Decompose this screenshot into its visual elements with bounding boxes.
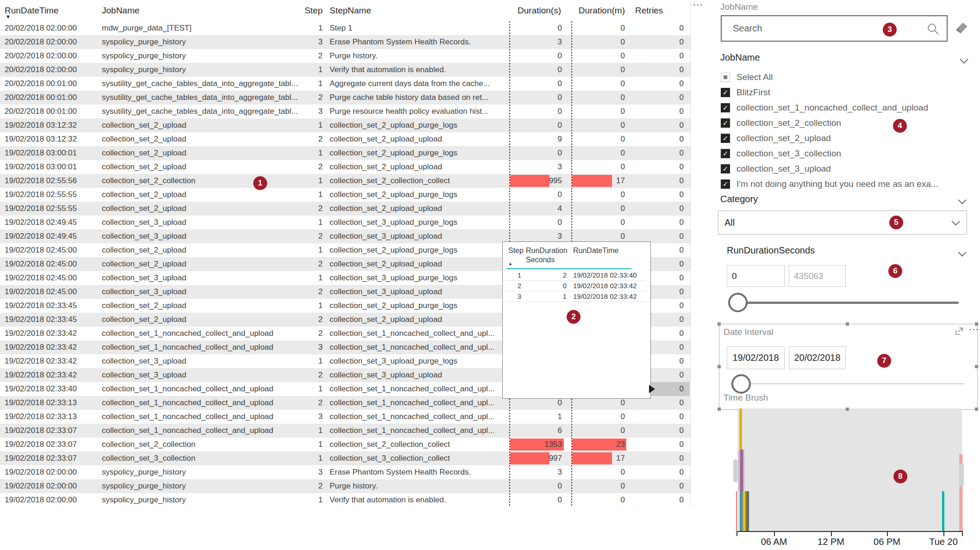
resize-handle[interactable] [975,408,978,411]
jobname-filter-item[interactable]: ✓I'm not doing anything but you need me … [721,176,938,192]
table-row[interactable]: 20/02/2018 00:01:00sysutility_get_cache_… [0,77,690,91]
resize-handle[interactable] [975,322,978,326]
range-min-input[interactable] [727,265,785,287]
table-row[interactable]: 19/02/2018 02:49:45collection_set_3_uplo… [0,216,690,229]
table-row[interactable]: 19/02/2018 03:12:32collection_set_2_uplo… [0,118,690,132]
search-icon[interactable] [926,22,940,38]
checkbox-checked-icon[interactable]: ✓ [721,118,730,128]
range-max-input[interactable] [789,265,846,287]
table-row[interactable]: 19/02/2018 03:12:32collection_set_2_uplo… [0,132,690,146]
table-row[interactable]: 19/02/2018 02:33:07collection_set_2_coll… [0,438,690,451]
cell-rundatetime: 19/02/2018 03:00:01 [5,160,97,174]
range-slider-handle[interactable] [728,293,748,312]
table-row[interactable]: 19/02/2018 02:00:00syspolicy_purge_histo… [0,465,690,479]
checkbox-checked-icon[interactable]: ✓ [721,149,730,158]
jobname-filter-item[interactable]: ✓collection_set_3_collection [721,146,938,161]
checkbox-partial-icon[interactable] [721,73,730,82]
filter-item-label: I'm not doing anything but you need me a… [737,179,938,189]
jobname-filter-item[interactable]: ✓BlitzFirst [721,85,938,100]
table-row[interactable]: 20/02/2018 02:00:00syspolicy_purge_histo… [0,49,690,63]
cell-jobname: syspolicy_purge_history [102,63,302,77]
checkbox-checked-icon[interactable]: ✓ [721,164,730,173]
eraser-clear-filter-icon[interactable] [954,20,970,36]
cell-retries: 0 [630,216,690,229]
jobname-filter-item[interactable]: ✓collection_set_1_noncached_collect_and_… [721,100,938,115]
cell-jobname: syspolicy_purge_history [102,35,302,49]
table-row[interactable]: 19/02/2018 02:00:00syspolicy_purge_histo… [0,479,690,493]
brush-left-handle[interactable] [733,459,738,482]
chevron-down-icon[interactable] [958,248,966,256]
resize-handle[interactable] [846,408,849,411]
cell-duration-s: 0 [510,77,562,91]
col-rundatetime[interactable]: RunDateTime [5,3,59,19]
range-slider-track[interactable] [730,302,959,304]
col-duration-m[interactable]: Duration(m) [565,3,625,19]
checkbox-checked-icon[interactable]: ✓ [721,103,730,112]
cell-rundatetime: 19/02/2018 02:49:45 [5,229,97,243]
checkbox-checked-icon[interactable]: ✓ [721,179,730,189]
brush-right-handle[interactable] [959,463,964,487]
cell-retries: 0 [630,49,690,63]
cell-step: 1 [287,63,323,77]
resize-handle[interactable] [718,365,721,368]
table-row[interactable]: 19/02/2018 02:33:13collection_set_1_nonc… [0,410,690,424]
col-stepname[interactable]: StepName [330,3,371,19]
category-dropdown[interactable]: All [718,210,967,235]
resize-handle[interactable] [718,408,721,411]
cell-stepname: collection_set_2_upload_purge_logs [330,146,502,160]
more-options-icon[interactable]: ⋯ [693,0,704,9]
cell-step: 1 [287,382,323,396]
table-row[interactable]: 20/02/2018 00:01:00sysutility_get_cache_… [0,105,690,118]
table-row[interactable]: 20/02/2018 02:00:00syspolicy_purge_histo… [0,35,690,49]
checkbox-checked-icon[interactable]: ✓ [721,134,730,143]
table-row[interactable]: 19/02/2018 02:00:00syspolicy_purge_histo… [0,493,690,507]
table-row[interactable]: 19/02/2018 02:33:07collection_set_3_coll… [0,451,690,465]
jobname-filter-item[interactable]: Select All [721,69,938,85]
tooltip-cell: 1 [526,291,567,302]
time-brush-chart[interactable] [737,408,962,531]
chevron-down-icon[interactable] [958,196,966,204]
col-jobname[interactable]: JobName [102,3,139,19]
cell-stepname: collection_set_2_upload_upload [330,202,502,216]
cell-jobname: collection_set_2_upload [102,118,302,132]
cell-duration-s: 0 [510,146,562,160]
jobname-filter-item[interactable]: ✓collection_set_3_upload [721,161,938,176]
resize-handle[interactable] [846,322,849,326]
cell-step: 1 [287,118,323,132]
cell-retries: 0 [630,188,690,202]
table-row[interactable]: 20/02/2018 02:00:00syspolicy_purge_histo… [0,63,690,77]
table-row[interactable]: 19/02/2018 02:55:55collection_set_2_uplo… [0,202,690,216]
col-retries[interactable]: Retries [635,3,663,19]
sort-descending-icon[interactable]: ▼ [6,14,11,19]
category-header[interactable]: Category [720,194,758,204]
checkbox-checked-icon[interactable]: ✓ [721,88,730,97]
cell-duration-s: 1353 [510,438,562,451]
table-row[interactable]: 19/02/2018 02:55:55collection_set_2_uplo… [0,188,690,202]
table-row[interactable]: 20/02/2018 00:01:00sysutility_get_cache_… [0,91,690,105]
cell-stepname: collection_set_1_noncached_collect_and_u… [330,410,502,424]
table-row[interactable]: 19/02/2018 03:00:01collection_set_2_uplo… [0,160,690,174]
col-step[interactable]: Step [287,3,323,19]
more-options-icon[interactable]: ⋯ [968,325,980,334]
table-row[interactable]: 19/02/2018 02:33:07collection_set_1_nonc… [0,424,690,438]
cell-duration-s: 0 [510,188,562,202]
table-row[interactable]: 19/02/2018 03:00:01collection_set_2_uplo… [0,146,690,160]
cell-duration-m: 0 [572,132,625,146]
focus-mode-icon[interactable] [955,327,964,338]
rundurationseconds-header[interactable]: RunDurationSeconds [727,245,815,256]
resize-handle[interactable] [975,365,978,368]
date-end-input[interactable]: 20/02/2018 [789,346,846,369]
col-duration-s[interactable]: Duration(s) [491,3,561,19]
jobname-list-header[interactable]: JobName [720,52,760,63]
time-axis [737,531,963,532]
table-row[interactable]: 19/02/2018 02:55:56collection_set_2_coll… [0,174,690,188]
date-slider-track[interactable] [732,383,964,384]
date-start-input[interactable]: 19/02/2018 [727,346,785,369]
resize-handle[interactable] [718,322,721,326]
jobname-filter-item[interactable]: ✓collection_set_2_upload [721,130,938,146]
table-row[interactable]: 20/02/2018 02:00:00mdw_purge_data_[TEST]… [0,21,690,35]
cell-stepname: collection_set_1_noncached_collect_and_u… [330,340,502,354]
date-slider-handle[interactable] [731,374,751,394]
chevron-down-icon[interactable] [960,55,968,63]
cell-jobname: collection_set_1_noncached_collect_and_u… [102,340,302,354]
